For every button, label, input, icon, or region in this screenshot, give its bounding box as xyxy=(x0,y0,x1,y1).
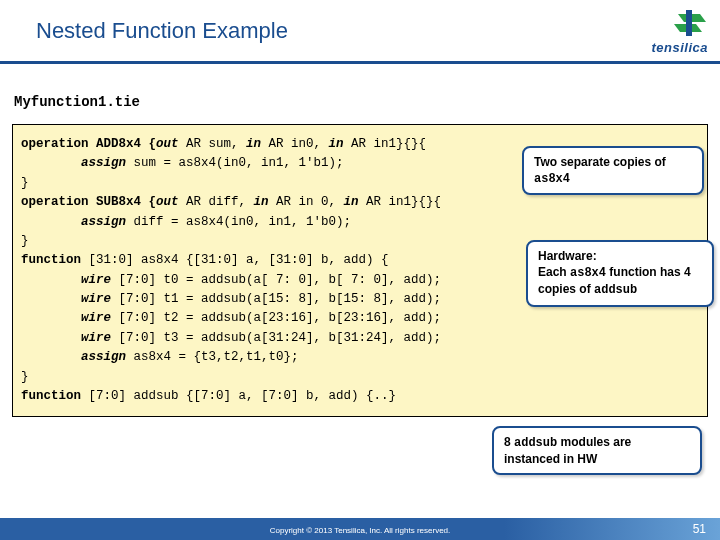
code-kw: function xyxy=(21,253,81,267)
brand-logo: tensilica xyxy=(651,10,708,55)
copyright-text: Copyright © 2013 Tensilica, Inc. All rig… xyxy=(270,526,451,535)
svg-rect-0 xyxy=(686,10,692,36)
code-text: [7:0] t0 = addsub(a[ 7: 0], b[ 7: 0], ad… xyxy=(111,273,441,287)
code-text: [7:0] t3 = addsub(a[31:24], b[31:24], ad… xyxy=(111,331,441,345)
code-kw: wire xyxy=(21,311,111,325)
callout-text: Hardware: xyxy=(538,249,597,263)
slide-header: Nested Function Example tensilica xyxy=(0,0,720,64)
callout-text: Two separate copies of xyxy=(534,155,666,169)
code-kw: wire xyxy=(21,273,111,287)
code-kw: assign xyxy=(21,156,126,170)
code-text: AR in1}{}{ xyxy=(344,137,427,151)
code-kw: in xyxy=(344,195,359,209)
code-kw: in xyxy=(329,137,344,151)
code-text: } xyxy=(21,370,29,384)
callout-hardware: Hardware: Each as8x4 function has 4 copi… xyxy=(526,240,714,307)
callout-mono: as8x4 xyxy=(570,266,606,280)
code-text: AR in 0, xyxy=(269,195,344,209)
logo-text: tensilica xyxy=(651,40,708,55)
slide-footer: Copyright © 2013 Tensilica, Inc. All rig… xyxy=(0,518,720,540)
callout-text: Each xyxy=(538,265,570,279)
code-text: diff = as8x4(in0, in1, 1'b0); xyxy=(126,215,351,229)
code-text: AR diff, xyxy=(179,195,254,209)
callout-mono: addsub xyxy=(594,283,637,297)
code-kw: wire xyxy=(21,331,111,345)
logo-icon xyxy=(672,10,708,36)
code-kw: in xyxy=(246,137,261,151)
page-title: Nested Function Example xyxy=(36,18,288,44)
code-text: AR sum, xyxy=(179,137,247,151)
code-kw: wire xyxy=(21,292,111,306)
code-text: } xyxy=(21,234,29,248)
file-name-label: Myfunction1.tie xyxy=(14,94,140,110)
code-text: [7:0] t1 = addsub(a[15: 8], b[15: 8], ad… xyxy=(111,292,441,306)
code-kw: assign xyxy=(21,215,126,229)
callout-two-copies: Two separate copies of as8x4 xyxy=(522,146,704,195)
code-text: [7:0] addsub {[7:0] a, [7:0] b, add) {..… xyxy=(81,389,396,403)
code-text: sum = as8x4(in0, in1, 1'b1); xyxy=(126,156,344,170)
code-text: as8x4 = {t3,t2,t1,t0}; xyxy=(126,350,299,364)
callout-text: 8 xyxy=(504,435,514,449)
code-kw: operation SUB8x4 { xyxy=(21,195,156,209)
code-kw: out xyxy=(156,137,179,151)
code-text: AR in0, xyxy=(261,137,329,151)
callout-mono: addsub xyxy=(514,436,557,450)
code-kw: function xyxy=(21,389,81,403)
callout-eight-modules: 8 addsub modules are instanced in HW xyxy=(492,426,702,475)
code-kw: assign xyxy=(21,350,126,364)
code-text: } xyxy=(21,176,29,190)
code-text: [31:0] as8x4 {[31:0] a, [31:0] b, add) { xyxy=(81,253,389,267)
code-text: AR in1}{}{ xyxy=(359,195,442,209)
callout-mono: as8x4 xyxy=(534,172,570,186)
code-kw: in xyxy=(254,195,269,209)
code-text: [7:0] t2 = addsub(a[23:16], b[23:16], ad… xyxy=(111,311,441,325)
code-kw: operation ADD8x4 { xyxy=(21,137,156,151)
code-kw: out xyxy=(156,195,179,209)
page-number: 51 xyxy=(693,522,706,536)
